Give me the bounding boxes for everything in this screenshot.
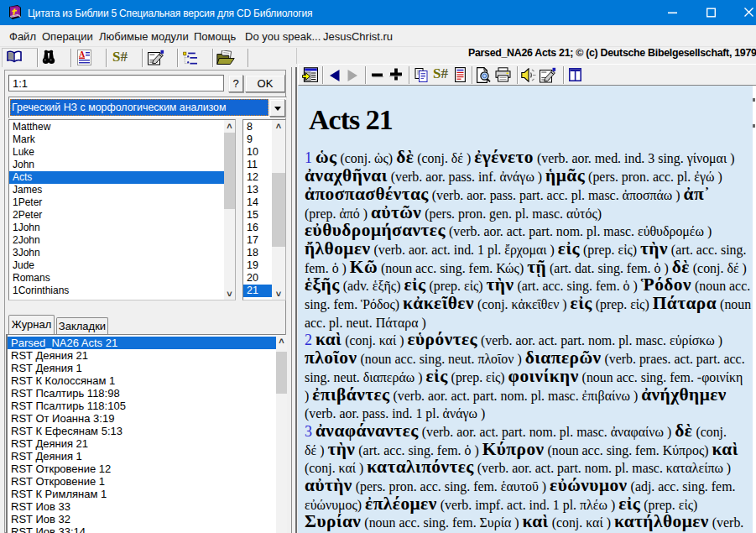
svg-text:A: A — [79, 50, 86, 59]
